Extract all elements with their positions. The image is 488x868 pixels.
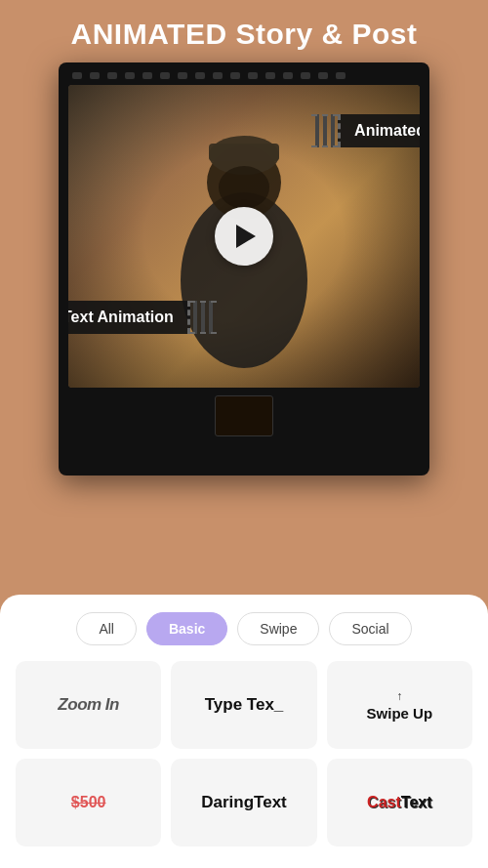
- film-bottom: [68, 395, 420, 436]
- anim-cast[interactable]: CastText: [327, 759, 472, 847]
- film-hole: [178, 72, 187, 79]
- video-area: Animated Text Animation: [68, 85, 420, 388]
- film-hole: [336, 72, 346, 79]
- film-hole: [318, 72, 328, 79]
- zoom-in-label: Zoom In: [58, 695, 119, 715]
- film-hole: [213, 72, 223, 79]
- tab-social[interactable]: Social: [329, 612, 411, 645]
- film-hole: [90, 72, 100, 79]
- animation-grid: Zoom In Type Tex_ ↑ Swipe Up $500 Daring…: [16, 661, 472, 847]
- play-icon: [236, 225, 256, 248]
- text-animation-badge: Text Animation: [68, 301, 190, 334]
- anim-strike[interactable]: $500: [16, 759, 161, 847]
- tab-all[interactable]: All: [76, 612, 137, 645]
- film-hole: [160, 72, 170, 79]
- strike-label: $500: [71, 794, 106, 811]
- film-hole: [230, 72, 240, 79]
- bottom-panel: All Basic Swipe Social Zoom In Type Tex_…: [0, 595, 488, 868]
- page-title: ANIMATED Story & Post: [20, 18, 468, 51]
- tab-swipe[interactable]: Swipe: [237, 612, 319, 645]
- svg-rect-3: [209, 144, 279, 161]
- film-hole: [248, 72, 258, 79]
- swipe-up-arrow-icon: ↑: [396, 689, 402, 703]
- anim-daring[interactable]: DaringText: [171, 759, 316, 847]
- daring-label: DaringText: [201, 793, 287, 812]
- film-holes-top: [68, 72, 420, 79]
- film-hole: [107, 72, 117, 79]
- swipe-up-label: Swipe Up: [367, 705, 433, 722]
- svg-point-4: [219, 166, 269, 209]
- animated-badge: Animated: [338, 114, 420, 147]
- type-text-label: Type Tex_: [205, 695, 284, 715]
- anim-swipe-up[interactable]: ↑ Swipe Up: [327, 661, 472, 749]
- film-hole: [301, 72, 310, 79]
- film-hole: [265, 72, 275, 79]
- film-hole: [195, 72, 205, 79]
- film-hole: [72, 72, 82, 79]
- cast-label: CastText: [367, 794, 431, 811]
- anim-type-text[interactable]: Type Tex_: [171, 661, 316, 749]
- filter-tabs: All Basic Swipe Social: [16, 612, 472, 645]
- video-card-wrapper: Animated Text Animation: [0, 62, 488, 475]
- film-card: Animated Text Animation: [59, 62, 429, 475]
- tab-basic[interactable]: Basic: [146, 612, 227, 645]
- film-hole: [142, 72, 152, 79]
- anim-zoom-in[interactable]: Zoom In: [16, 661, 161, 749]
- header: ANIMATED Story & Post: [0, 0, 488, 62]
- film-hole: [283, 72, 293, 79]
- film-hole: [125, 72, 135, 79]
- film-thumbnail: [215, 395, 273, 436]
- play-button[interactable]: [215, 207, 273, 266]
